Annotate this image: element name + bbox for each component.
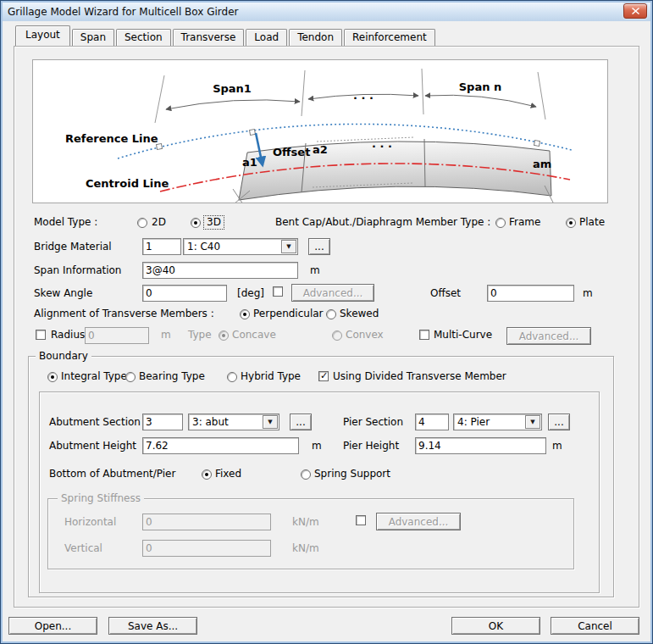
radius-convex-radio — [332, 330, 342, 341]
member-type-frame-label[interactable]: Frame — [509, 216, 540, 229]
abutment-height-input[interactable] — [142, 437, 299, 454]
bottom-support-label: Bottom of Abutment/Pier — [49, 468, 175, 480]
pier-section-browse-button[interactable]: ... — [548, 414, 570, 430]
model-type-2d-label[interactable]: 2D — [152, 216, 166, 229]
boundary-title: Boundary — [36, 350, 91, 362]
divided-transverse-label[interactable]: Using Divided Transverse Member — [333, 370, 506, 383]
save-as-button[interactable]: Save As... — [108, 617, 197, 635]
skew-angle-unit: [deg] — [237, 287, 264, 300]
bridge-material-id-input[interactable] — [142, 238, 181, 255]
open-button[interactable]: Open... — [8, 617, 97, 635]
chevron-down-icon[interactable]: ▼ — [281, 240, 296, 253]
spring-vertical-label: Vertical — [64, 542, 102, 555]
offset-label: Offset — [273, 146, 310, 158]
alignment-skewed-radio[interactable] — [326, 309, 336, 319]
abutment-height-label: Abutment Height — [49, 440, 136, 452]
offset-input[interactable] — [487, 285, 574, 302]
spring-advanced-button: Advanced... — [376, 513, 461, 530]
dimension-lines — [166, 94, 536, 109]
abutment-section-browse-button[interactable]: ... — [290, 414, 312, 430]
model-type-label: Model Type : — [34, 216, 97, 229]
girder-a1-label: a1 — [242, 156, 257, 169]
skew-angle-input[interactable] — [142, 285, 227, 302]
skew-advanced-checkbox[interactable] — [273, 286, 283, 297]
tab-reinforcement[interactable]: Reinforcement — [344, 29, 435, 46]
abutment-section-select[interactable]: 3: abut ▼ — [188, 414, 279, 430]
radius-label[interactable]: Radius — [51, 329, 85, 341]
boundary-hybrid-radio[interactable] — [227, 372, 237, 382]
window-title: Grillage Model Wizard for Multicell Box … — [8, 6, 239, 18]
bridge-material-select[interactable]: 1: C40 ▼ — [183, 238, 298, 255]
chevron-down-icon[interactable]: ▼ — [525, 415, 540, 429]
spring-advanced-checkbox — [356, 515, 366, 525]
bottom-spring-radio[interactable] — [301, 469, 311, 480]
ok-button[interactable]: OK — [451, 617, 540, 635]
bottom-spring-label[interactable]: Spring Support — [314, 468, 390, 480]
multi-curve-advanced-button: Advanced... — [506, 327, 591, 345]
bottom-fixed-radio[interactable] — [202, 469, 212, 480]
spring-stiffness-groupbox — [47, 498, 574, 569]
close-icon — [632, 8, 639, 14]
boundary-integral-label[interactable]: Integral Type — [61, 370, 127, 383]
alignment-skewed-label[interactable]: Skewed — [340, 308, 379, 320]
span-information-input[interactable] — [142, 262, 298, 279]
spring-horizontal-label: Horizontal — [64, 516, 116, 529]
member-type-plate-radio[interactable] — [566, 218, 576, 228]
pier-section-id-input[interactable] — [415, 414, 449, 430]
model-type-2d-radio[interactable] — [137, 218, 147, 228]
abutment-section-id-input[interactable] — [142, 414, 183, 430]
pier-section-selected: 4: Pier — [457, 416, 490, 428]
tab-bar: Layout Span Section Transverse Load Tend… — [15, 26, 437, 46]
radius-checkbox[interactable] — [36, 330, 46, 340]
titlebar: Grillage Model Wizard for Multicell Box … — [3, 3, 650, 21]
pier-height-unit: m — [552, 440, 562, 452]
cancel-button[interactable]: Cancel — [551, 617, 639, 635]
tab-load[interactable]: Load — [246, 29, 287, 46]
member-type-plate-label[interactable]: Plate — [579, 216, 605, 229]
span-dots-label: . . . — [353, 89, 374, 102]
divided-transverse-checkbox[interactable] — [318, 371, 329, 381]
skew-advanced-button: Advanced... — [291, 284, 374, 302]
model-type-3d-label[interactable]: 3D — [203, 215, 224, 230]
span-n-label: Span n — [459, 80, 501, 93]
span1-label: Span1 — [213, 82, 252, 95]
member-type-frame-radio[interactable] — [495, 218, 506, 228]
pier-height-input[interactable] — [415, 437, 546, 454]
boundary-bearing-radio[interactable] — [125, 372, 136, 382]
spring-stiffness-title: Spring Stiffness — [58, 492, 144, 504]
pier-section-label: Pier Section — [343, 416, 403, 429]
tab-layout[interactable]: Layout — [15, 25, 70, 46]
radius-unit: m — [161, 329, 171, 341]
close-button[interactable] — [623, 3, 647, 19]
abutment-section-label: Abutment Section — [49, 416, 141, 429]
tab-span[interactable]: Span — [72, 29, 114, 46]
abutment-section-selected: 3: abut — [192, 416, 229, 428]
spring-vertical-unit: kN/m — [292, 542, 319, 555]
bridge-material-browse-button[interactable]: ... — [308, 238, 330, 255]
alignment-perpendicular-radio[interactable] — [240, 309, 250, 319]
radius-concave-label: Concave — [232, 329, 276, 341]
boundary-bearing-label[interactable]: Bearing Type — [139, 370, 205, 383]
tab-section[interactable]: Section — [116, 29, 171, 46]
spring-vertical-input — [142, 540, 271, 557]
tab-tendon[interactable]: Tendon — [289, 29, 342, 46]
alignment-perpendicular-label[interactable]: Perpendicular — [253, 308, 324, 320]
multi-curve-label[interactable]: Multi-Curve — [434, 329, 492, 341]
span-ticks — [155, 69, 545, 123]
boundary-integral-radio[interactable] — [47, 372, 58, 382]
span-information-unit: m — [310, 264, 320, 277]
spring-horizontal-input — [142, 514, 271, 530]
alignment-label: Alignment of Transverse Members : — [34, 308, 214, 320]
radius-convex-label: Convex — [346, 329, 384, 341]
span-information-label: Span Information — [34, 264, 121, 277]
girder-am-label: am — [533, 158, 551, 170]
centroid-line-label: Centroid Line — [86, 177, 169, 190]
pier-section-select[interactable]: 4: Pier ▼ — [453, 414, 542, 430]
boundary-hybrid-label[interactable]: Hybrid Type — [241, 370, 301, 383]
multi-curve-checkbox[interactable] — [419, 330, 429, 340]
bottom-fixed-label[interactable]: Fixed — [215, 468, 241, 480]
radius-input — [85, 327, 149, 344]
tab-transverse[interactable]: Transverse — [173, 29, 245, 46]
chevron-down-icon[interactable]: ▼ — [263, 415, 278, 429]
model-type-3d-radio[interactable] — [191, 218, 201, 228]
